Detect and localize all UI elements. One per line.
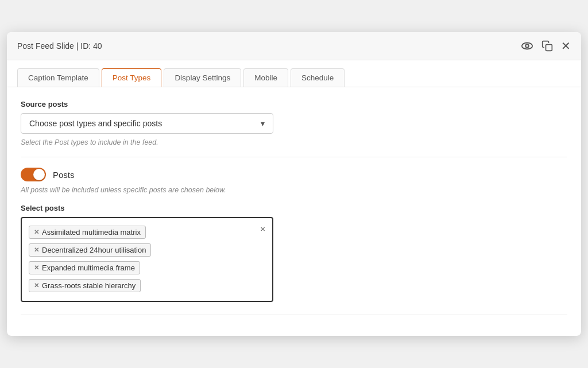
svg-point-0 [522, 43, 532, 49]
tags-input-box[interactable]: × ✕ Assimilated multimedia matrix ✕ Dece… [21, 217, 273, 302]
posts-toggle-row: Posts [21, 168, 567, 181]
source-posts-label: Source posts [21, 100, 567, 109]
tag-remove-icon[interactable]: ✕ [34, 282, 39, 289]
tag-remove-icon[interactable]: ✕ [34, 246, 39, 254]
posts-toggle-label: Posts [53, 170, 75, 180]
dropdown-value: Choose post types and specific posts [29, 119, 162, 128]
tag-label: Grass-roots stable hierarchy [42, 281, 136, 290]
tab-post-types[interactable]: Post Types [102, 68, 162, 87]
tags-row-2: ✕ Decentralized 24hour utilisation [29, 242, 265, 258]
modal-body: Source posts Choose post types and speci… [7, 87, 581, 336]
source-posts-dropdown[interactable]: Choose post types and specific posts ▾ [21, 113, 273, 134]
modal-header: Post Feed Slide | ID: 40 ✕ [7, 32, 581, 60]
divider-2 [21, 315, 567, 315]
tag-remove-icon[interactable]: ✕ [34, 228, 39, 236]
select-posts-label: Select posts [21, 204, 567, 212]
tags-row-1: ✕ Assimilated multimedia matrix [29, 224, 265, 241]
tag-label: Assimilated multimedia matrix [42, 228, 141, 237]
modal-container: Post Feed Slide | ID: 40 ✕ Caption Templ… [7, 32, 581, 336]
divider-1 [21, 157, 567, 157]
copy-icon[interactable] [541, 40, 553, 52]
tag-item: ✕ Assimilated multimedia matrix [29, 226, 146, 239]
tag-label: Decentralized 24hour utilisation [42, 246, 146, 254]
modal-title: Post Feed Slide | ID: 40 [17, 41, 102, 51]
toggle-thumb [33, 169, 45, 180]
source-posts-hint: Select the Post types to include in the … [21, 138, 567, 146]
tag-label: Expanded multimedia frame [42, 264, 135, 272]
clear-all-button[interactable]: × [260, 224, 265, 234]
tab-schedule[interactable]: Schedule [291, 68, 345, 87]
svg-point-1 [525, 44, 529, 48]
tag-remove-icon[interactable]: ✕ [34, 264, 39, 272]
svg-rect-2 [546, 45, 552, 51]
tab-mobile[interactable]: Mobile [243, 68, 288, 87]
tabs-bar: Caption Template Post Types Display Sett… [7, 60, 581, 87]
tag-item: ✕ Decentralized 24hour utilisation [29, 243, 151, 257]
eye-icon[interactable] [521, 40, 533, 52]
tag-item: ✕ Grass-roots stable hierarchy [29, 279, 141, 292]
tags-row-4: ✕ Grass-roots stable hierarchy [29, 277, 265, 294]
tag-item: ✕ Expanded multimedia frame [29, 261, 140, 274]
posts-hint: All posts will be included unless specif… [21, 185, 567, 196]
posts-toggle[interactable] [21, 168, 46, 181]
tab-display-settings[interactable]: Display Settings [164, 68, 241, 87]
tab-caption-template[interactable]: Caption Template [17, 68, 99, 87]
tags-row-3: ✕ Expanded multimedia frame [29, 259, 265, 276]
close-icon[interactable]: ✕ [561, 39, 571, 53]
chevron-down-icon: ▾ [261, 119, 265, 128]
header-icons: ✕ [521, 39, 571, 53]
